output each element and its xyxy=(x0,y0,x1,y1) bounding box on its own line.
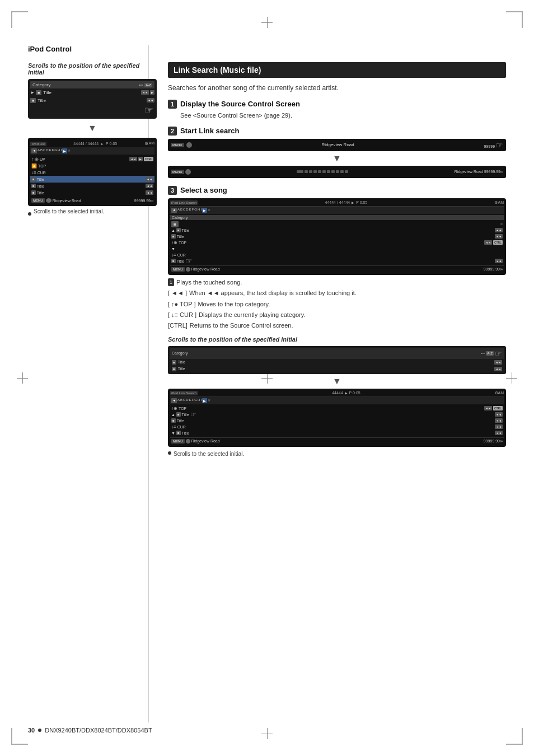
link-bar-segments xyxy=(297,170,348,173)
step-2-number: 2 xyxy=(168,127,177,136)
note-4-text: Displays the currently playing category. xyxy=(199,311,306,319)
note-5-text: Returns to the Source Control screen. xyxy=(190,321,293,330)
corner-mark-bl xyxy=(11,728,28,745)
bottom-bullet-row: Scrolls to the selected initial. xyxy=(168,449,506,457)
category-bar: Category ••• A-Z xyxy=(30,81,154,88)
bullet-dot xyxy=(28,212,31,216)
left-caption: Scrolls to the position of the specified… xyxy=(28,62,157,76)
step-2-header: 2 Start Link search xyxy=(168,127,506,136)
hand-icon: ☞ xyxy=(144,105,153,116)
top-device-screen: Category ••• A-Z ➤ ■ Title ◄◄ ▶ xyxy=(28,79,157,119)
ils-title: iPod Link Search xyxy=(170,200,198,205)
dots-icon: ••• xyxy=(139,83,143,87)
crosshair-left xyxy=(17,372,28,384)
step-1-header: 1 Display the Source Control Screen xyxy=(168,100,506,109)
ils-footer: MENU Ridgeview Road 99999.99∞ xyxy=(170,265,504,273)
arrow-down-1: ▼ xyxy=(28,123,157,133)
bottom-ils-title-3: ▼ ■ Title ◄◄ xyxy=(170,430,504,436)
arrow-down-3: ▼ xyxy=(168,376,506,386)
bottom-top-screen: Category ••• A-Z ☞ ■ Title xyxy=(168,346,506,374)
counter-link: 99999.99∞ xyxy=(484,170,503,174)
title-label-1: ➤ ■ Title xyxy=(30,90,51,95)
screen-controls: ••• A-Z xyxy=(139,83,152,87)
note-3: [ ↑● TOP ] Moves to the top category. xyxy=(168,300,506,309)
corner-mark-br xyxy=(506,728,523,745)
ils-counter: 44444 / 44444 xyxy=(325,200,350,204)
note-4: [ ↓≡ CUR ] Displays the currently playin… xyxy=(168,311,506,319)
bottom-ils-rows: ↑⊕ TOP ◄◄ CTRL ▲ xyxy=(170,405,504,436)
bottom-bullet-dot xyxy=(168,451,171,455)
ils-row-icon: ■ xyxy=(170,221,504,227)
page-number: 30 xyxy=(28,727,35,734)
note-1-bracket: 1 xyxy=(168,278,174,287)
left-column: Scrolls to the position of the specified… xyxy=(28,62,157,465)
page-footer: 30 DNX9240BT/DDX8024BT/DDX8054BT xyxy=(28,727,506,734)
main-layout: Scrolls to the position of the specified… xyxy=(28,62,506,465)
az-badge: A-Z xyxy=(144,83,152,87)
road-icon-top xyxy=(186,142,192,148)
page-title: iPod Control xyxy=(28,45,506,53)
separator-dot xyxy=(38,729,41,732)
step-2-section: 2 Start Link search MENU Ridgeview Road … xyxy=(168,127,506,178)
ipod-icons: ⚙ AM xyxy=(144,141,155,146)
song-name-link: Ridgeview Road xyxy=(455,170,483,174)
ils-row-1: ▲ ■ Title ◄◄ xyxy=(170,227,504,234)
note-5-bracket: [CTRL] xyxy=(168,321,188,330)
bottom-ils-row-up: ↑⊕ TOP ◄◄ CTRL xyxy=(170,405,504,412)
note-2: [ ◄◄ ] When ◄◄ appears, the text display… xyxy=(168,289,506,297)
ipod-list-label: iPod List xyxy=(30,142,46,146)
ils-cur-row2: ↓≡ CUR xyxy=(170,252,504,258)
note-1: 1 Plays the touched song. xyxy=(168,278,506,287)
ils-title-row: ■ Title ☞ ◄◄ xyxy=(170,258,504,264)
model-text: DNX9240BT/DDX8024BT/DDX8054BT xyxy=(45,727,152,734)
note-2-text: When ◄◄ appears, the text display is scr… xyxy=(189,289,357,297)
ils-letter-nav: ◄ A B C D E F G H I ▶ ✖ xyxy=(170,207,504,214)
ils-row-2: ■ Title ◄◄ xyxy=(170,234,504,240)
scrolls-caption: Scrolls to the selected initial. xyxy=(34,208,104,214)
hand-icon-top: ☞ xyxy=(496,141,503,150)
link-search-header: Link Search (Music file) xyxy=(168,62,506,78)
hand-icon-ils: ☞ xyxy=(185,256,193,265)
title-row-2: ■ Title ◄◄ xyxy=(30,183,154,189)
ipod-counter: 44444 / 44444 xyxy=(73,142,99,146)
up-row: ↑⊕ UP ◄◄ ▶ CTRL xyxy=(30,156,154,162)
arrow-down-2: ▼ xyxy=(168,153,506,164)
bottom-ipod-screen: iPod Link Search 44444 ▶ P 0:05 ⚙AM xyxy=(168,389,506,447)
cur-row: ↓≡ CUR xyxy=(30,169,154,176)
ipod-position: P 0:05 xyxy=(106,142,117,146)
note-3-text: Moves to the top category. xyxy=(198,300,270,309)
bottom-ils-cur: ↓≡ CUR ◄◄ xyxy=(170,424,504,430)
title-controls-1: ◄◄ ▶ xyxy=(141,90,154,95)
ils-rows: ■ ▲ ■ Title xyxy=(170,221,504,264)
category-label: Category xyxy=(32,82,50,87)
step-1-title: Display the Source Control Screen xyxy=(180,100,300,108)
bottom-ils-title-1: ▲ ■ Title ☞ ◄◄ xyxy=(170,412,504,418)
step-3-section: 3 Select a song iPod Link Search 44444 /… xyxy=(168,186,506,457)
corner-mark-tl xyxy=(11,11,28,28)
counter-top: 99999 xyxy=(484,144,495,148)
menu-btn-top: MENU xyxy=(171,143,184,147)
step-3-header: 3 Select a song xyxy=(168,186,506,195)
bottom-ils-footer: MENU Ridgeview Road 99999.99∞ xyxy=(170,437,504,445)
title-row-2: ■ Title ◄◄ xyxy=(30,96,154,104)
ipod-list-header: iPod List 44444 / 44444 ▶ P 0:05 ⚙ AM xyxy=(30,140,154,147)
right-column: Link Search (Music file) Searches for an… xyxy=(168,62,506,465)
bottom-scrolls-section: Scrolls to the position of the specified… xyxy=(168,336,506,457)
bottom-scrolls-caption: Scrolls to the selected initial. xyxy=(174,451,244,457)
letter-nav: ◄ A B C D E F G H I ▶ ✖ xyxy=(30,147,154,155)
note-3-bracket: [ ↑● TOP ] xyxy=(168,300,195,309)
step-3-number: 3 xyxy=(168,186,177,195)
crosshair-right xyxy=(506,372,517,384)
ils-counter-footer: 99999.99∞ xyxy=(484,267,503,271)
link-icon xyxy=(185,169,191,175)
search-description: Searches for another song of the current… xyxy=(168,83,506,93)
step-1-number: 1 xyxy=(168,100,177,109)
song-name-top: Ridgeview Road xyxy=(321,142,354,147)
ils-song: Ridgeview Road xyxy=(191,267,220,271)
ipod-list-rows: ↑⊕ UP ◄◄ ▶ CTRL 🔼 TOP xyxy=(30,156,154,196)
ils-cur-row: ▼ xyxy=(170,246,504,252)
ipod-link-search-screen: iPod Link Search 44444 / 44444 ▶ P 0:05 … xyxy=(168,198,506,275)
top-row: 🔼 TOP xyxy=(30,162,154,169)
page-content: iPod Control Scrolls to the position of … xyxy=(28,45,506,465)
car-screen-top: MENU Ridgeview Road 99999 ☞ xyxy=(168,139,506,151)
